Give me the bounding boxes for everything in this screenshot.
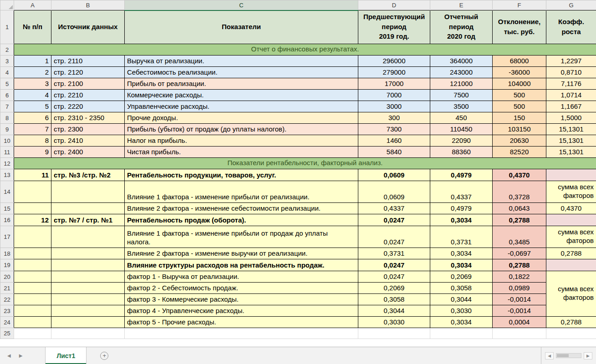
cell-B17[interactable] — [51, 226, 125, 248]
cell-E1[interactable]: Отчетный период 2020 год — [430, 10, 493, 44]
row-header-19[interactable]: 19 — [0, 259, 14, 271]
cell-D23[interactable]: 0,3044 — [358, 305, 430, 317]
cell-G5[interactable]: 7,1176 — [546, 78, 596, 90]
row-header-20[interactable]: 20 — [0, 271, 14, 283]
cell-D8[interactable]: 300 — [358, 112, 430, 124]
cell-C4[interactable]: Себестоимость реализации. — [125, 67, 358, 78]
cell-F18[interactable]: -0,0697 — [493, 248, 546, 259]
cell-F7[interactable]: 500 — [493, 101, 546, 112]
cell-F4[interactable]: -36000 — [493, 67, 546, 78]
cell-C11[interactable]: Чистая прибыль. — [125, 147, 358, 158]
cell-E19[interactable]: 0,3034 — [430, 259, 493, 271]
cell-C1[interactable]: Показатели — [125, 10, 358, 44]
cell-F16[interactable]: 0,2788 — [493, 214, 546, 226]
cell-E6[interactable]: 7500 — [430, 90, 493, 101]
cell-G20[interactable]: сумма всех факторов — [546, 271, 596, 317]
row-header-17[interactable]: 17 — [0, 226, 14, 248]
cell-A18[interactable] — [14, 248, 51, 259]
row-header-9[interactable]: 9 — [0, 124, 14, 135]
cell-D13[interactable]: 0,0609 — [358, 169, 430, 181]
cell-A21[interactable] — [14, 283, 51, 294]
cell-B4[interactable]: стр. 2120 — [51, 67, 125, 78]
cell-B19[interactable] — [51, 259, 125, 271]
row-header-10[interactable]: 10 — [0, 135, 14, 147]
cell-C9[interactable]: Прибыль (убыток) от продаж (до уплаты на… — [125, 124, 358, 135]
cell-F6[interactable]: 500 — [493, 90, 546, 101]
row-header-13[interactable]: 13 — [0, 169, 14, 181]
col-header-E[interactable]: E — [430, 0, 493, 10]
cell-E15[interactable]: 0,4979 — [430, 203, 493, 214]
cell-F21[interactable]: 0,0989 — [493, 283, 546, 294]
cell-E5[interactable]: 121000 — [430, 78, 493, 90]
row-header-5[interactable]: 5 — [0, 78, 14, 90]
sheet-tab-list1[interactable]: Лист1 — [45, 347, 87, 364]
cell-A24[interactable] — [14, 317, 51, 328]
cell-D11[interactable]: 5840 — [358, 147, 430, 158]
cell-B25[interactable] — [51, 328, 125, 339]
cell-D18[interactable]: 0,3731 — [358, 248, 430, 259]
cell-A4[interactable]: 2 — [14, 67, 51, 78]
cell-A2[interactable]: Отчет о финансовых результатах. — [14, 44, 596, 56]
cell-A5[interactable]: 3 — [14, 78, 51, 90]
cell-E4[interactable]: 243000 — [430, 67, 493, 78]
cell-A13[interactable]: 11 — [14, 169, 51, 181]
cell-A15[interactable] — [14, 203, 51, 214]
cell-A6[interactable]: 4 — [14, 90, 51, 101]
cell-B13[interactable]: стр. №3 /стр. №2 — [51, 169, 125, 181]
cell-D17[interactable]: 0,0247 — [358, 226, 430, 248]
cell-A23[interactable] — [14, 305, 51, 317]
cell-B15[interactable] — [51, 203, 125, 214]
cell-G11[interactable]: 15,1301 — [546, 147, 596, 158]
cell-G13[interactable] — [546, 169, 596, 181]
cell-F23[interactable]: -0,0014 — [493, 305, 546, 317]
cell-C22[interactable]: фактор 3 - Коммерческие расходы. — [125, 294, 358, 305]
cell-D1[interactable]: Предшествующий период 2019 год. — [358, 10, 430, 44]
cell-B5[interactable]: стр. 2100 — [51, 78, 125, 90]
cell-D16[interactable]: 0,0247 — [358, 214, 430, 226]
cell-G4[interactable]: 0,8710 — [546, 67, 596, 78]
cell-B7[interactable]: стр. 2220 — [51, 101, 125, 112]
row-header-16[interactable]: 16 — [0, 214, 14, 226]
row-header-18[interactable]: 18 — [0, 248, 14, 259]
cell-C21[interactable]: фактор 2 - Себестоимость продаж. — [125, 283, 358, 294]
cell-C23[interactable]: фактор 4 - Управленческие расходы. — [125, 305, 358, 317]
cell-D24[interactable]: 0,3030 — [358, 317, 430, 328]
cell-E9[interactable]: 110450 — [430, 124, 493, 135]
cell-E25[interactable] — [430, 328, 493, 339]
cell-B16[interactable]: стр. №7 / стр. №1 — [51, 214, 125, 226]
cell-F17[interactable]: 0,3485 — [493, 226, 546, 248]
cell-G3[interactable]: 1,2297 — [546, 56, 596, 67]
col-header-F[interactable]: F — [493, 0, 546, 10]
cell-A25[interactable] — [14, 328, 51, 339]
cell-C15[interactable]: Влияние 2 фактора - изменение себестоимо… — [125, 203, 358, 214]
cell-E13[interactable]: 0,4979 — [430, 169, 493, 181]
row-header-22[interactable]: 22 — [0, 294, 14, 305]
cell-F25[interactable] — [493, 328, 546, 339]
cell-E24[interactable]: 0,3034 — [430, 317, 493, 328]
cell-G19[interactable] — [546, 259, 596, 271]
cell-B6[interactable]: стр. 2210 — [51, 90, 125, 101]
cell-A11[interactable]: 9 — [14, 147, 51, 158]
cell-E11[interactable]: 88360 — [430, 147, 493, 158]
cell-A17[interactable] — [14, 226, 51, 248]
cell-E10[interactable]: 22090 — [430, 135, 493, 147]
cell-C25[interactable] — [125, 328, 358, 339]
cell-D22[interactable]: 0,3058 — [358, 294, 430, 305]
cell-B21[interactable] — [51, 283, 125, 294]
cell-C6[interactable]: Коммерческие расходы. — [125, 90, 358, 101]
cell-C17[interactable]: Влияние 1 фактора - изменение прибыли от… — [125, 226, 358, 248]
cell-C19[interactable]: Влияние структуры расходов на рентабельн… — [125, 259, 358, 271]
cell-D5[interactable]: 17000 — [358, 78, 430, 90]
row-header-2[interactable]: 2 — [0, 44, 14, 56]
cell-D3[interactable]: 296000 — [358, 56, 430, 67]
cell-C24[interactable]: фактор 5 - Прочие расходы. — [125, 317, 358, 328]
scrollbar-thumb[interactable] — [557, 354, 569, 357]
cell-A22[interactable] — [14, 294, 51, 305]
cell-E8[interactable]: 450 — [430, 112, 493, 124]
cell-A12[interactable]: Показатели рентабельности, факторный ана… — [14, 158, 596, 169]
select-all-corner[interactable] — [0, 0, 14, 10]
cell-E7[interactable]: 3500 — [430, 101, 493, 112]
row-header-7[interactable]: 7 — [0, 101, 14, 112]
cell-G15[interactable]: 0,4370 — [546, 203, 596, 214]
cell-A3[interactable]: 1 — [14, 56, 51, 67]
